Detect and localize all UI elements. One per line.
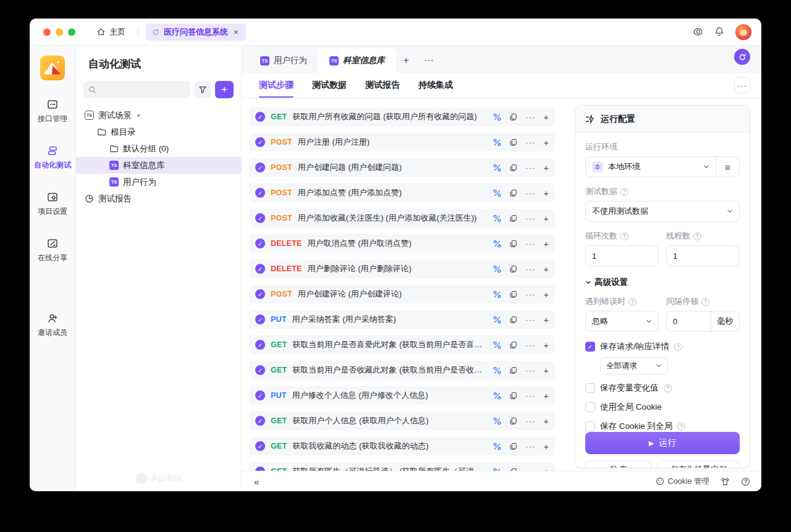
test-step-row[interactable]: ✓ POST 用户添加收藏(关注医生) (用户添加收藏(关注医生)) ···+ (249, 209, 555, 227)
checkbox-checked[interactable]: ✓ (585, 342, 595, 352)
add-step-icon[interactable]: + (543, 340, 549, 350)
rail-item-invite-members[interactable]: 邀请成员 (38, 313, 67, 338)
subtabs-more-button[interactable]: ··· (734, 77, 750, 93)
test-step-row[interactable]: ✓ PUT 用户修改个人信息 (用户修改个人信息) ···+ (249, 386, 555, 405)
step-more-icon[interactable]: ··· (525, 316, 535, 324)
step-checkbox-checked[interactable]: ✓ (255, 441, 265, 451)
minimize-window-button[interactable] (56, 28, 63, 36)
extract-variable-icon[interactable] (493, 189, 501, 197)
interval-input[interactable]: 0 (667, 311, 711, 331)
step-checkbox-checked[interactable]: ✓ (255, 467, 265, 471)
environment-select[interactable]: 本 本地环境 (586, 157, 716, 177)
step-checkbox-checked[interactable]: ✓ (255, 416, 265, 426)
step-more-icon[interactable]: ··· (525, 113, 535, 121)
add-step-icon[interactable]: + (543, 416, 549, 426)
tree-item-default-group[interactable]: 默认分组 (0) (76, 140, 241, 157)
settings-gear-icon[interactable] (693, 27, 703, 37)
environment-manage-button[interactable]: ≡ (716, 157, 739, 177)
test-step-row[interactable]: ✓ GET 获取用户个人信息 (获取用户个人信息) ···+ (249, 412, 555, 430)
help-icon[interactable]: ? (674, 343, 682, 351)
copy-icon[interactable] (509, 189, 517, 197)
step-more-icon[interactable]: ··· (525, 290, 535, 298)
copy-icon[interactable] (509, 138, 517, 146)
step-checkbox-checked[interactable]: ✓ (255, 239, 265, 248)
refresh-button[interactable] (734, 49, 750, 65)
subtab-test-data[interactable]: 测试数据 (312, 73, 347, 98)
save-variable-checkbox[interactable]: 保存变量变化值 ? (585, 382, 740, 394)
extract-variable-icon[interactable] (493, 240, 501, 248)
copy-icon[interactable] (509, 366, 517, 374)
on-error-select[interactable]: 忽略 (585, 311, 659, 332)
step-checkbox-checked[interactable]: ✓ (255, 137, 265, 147)
tree-item-test-reports[interactable]: 测试报告 (76, 190, 241, 207)
tab-department-info[interactable]: TS 科室信息库 (318, 48, 396, 73)
subtab-continuous-integration[interactable]: 持续集成 (418, 73, 453, 98)
search-input[interactable] (100, 85, 185, 94)
step-more-icon[interactable]: ··· (525, 189, 535, 197)
copy-icon[interactable] (509, 164, 517, 172)
step-checkbox-checked[interactable]: ✓ (255, 112, 265, 122)
maximize-window-button[interactable] (68, 28, 75, 36)
add-step-icon[interactable]: + (543, 264, 549, 274)
step-checkbox-checked[interactable]: ✓ (255, 163, 265, 172)
cookie-manager-button[interactable]: Cookie 管理 (656, 476, 709, 487)
test-step-row[interactable]: ✓ GET 获取所有医生（可进行筛选） (获取所有医生（可进行筛选）) ···+ (249, 462, 555, 471)
project-tab[interactable]: 医疗问答信息系统 × (146, 23, 246, 41)
test-step-row[interactable]: ✓ GET 获取我收藏的动态 (获取我收藏的动态) ···+ (249, 437, 555, 455)
step-more-icon[interactable]: ··· (525, 265, 535, 273)
extract-variable-icon[interactable] (493, 164, 501, 172)
test-step-row[interactable]: ✓ GET 获取当前用户是否收藏此对象 (获取当前用户是否收藏此对象) ···+ (249, 361, 555, 379)
step-more-icon[interactable]: ··· (525, 417, 535, 425)
extract-variable-icon[interactable] (493, 366, 501, 374)
extract-variable-icon[interactable] (493, 341, 501, 349)
copy-icon[interactable] (509, 442, 517, 450)
save-button[interactable]: 保 存 (585, 460, 651, 468)
save-request-detail-checkbox[interactable]: ✓ 保存请求/响应详情 ? (585, 341, 740, 352)
add-step-icon[interactable]: + (543, 290, 549, 299)
close-project-tab-icon[interactable]: × (232, 27, 240, 37)
checkbox-unchecked[interactable] (585, 421, 595, 431)
help-icon[interactable]: ? (701, 298, 709, 306)
tab-more-button[interactable]: ··· (417, 48, 441, 73)
copy-icon[interactable] (509, 341, 517, 349)
home-button[interactable]: 主页 (91, 23, 130, 41)
checkbox-unchecked[interactable] (585, 402, 595, 412)
test-step-row[interactable]: ✓ POST 用户注册 (用户注册) ···+ (249, 133, 555, 151)
step-checkbox-checked[interactable]: ✓ (255, 315, 265, 324)
help-icon[interactable]: ? (620, 232, 628, 240)
help-icon[interactable]: ? (693, 232, 701, 240)
request-scope-select[interactable]: 全部请求 (600, 357, 668, 374)
step-checkbox-checked[interactable]: ✓ (255, 391, 265, 400)
extract-variable-icon[interactable] (493, 316, 501, 324)
rail-item-online-share[interactable]: 在线分享 (38, 238, 67, 263)
caret-down-icon[interactable]: ▾ (137, 112, 140, 119)
checkbox-unchecked[interactable] (585, 383, 595, 393)
add-step-icon[interactable]: + (543, 239, 549, 248)
copy-icon[interactable] (509, 392, 517, 400)
theme-shirt-icon[interactable] (721, 477, 730, 486)
tab-user-behavior[interactable]: TS 用户行为 (249, 48, 318, 73)
test-step-row[interactable]: ✓ POST 用户创建问题 (用户创建问题) ···+ (249, 158, 555, 177)
filter-button[interactable] (195, 81, 211, 98)
rail-item-automated-testing[interactable]: 自动化测试 (34, 145, 71, 171)
thread-count-input[interactable]: 1 (666, 245, 740, 266)
extract-variable-icon[interactable] (493, 138, 501, 146)
rail-item-project-settings[interactable]: 项目设置 (38, 192, 67, 217)
step-more-icon[interactable]: ··· (525, 341, 535, 349)
extract-variable-icon[interactable] (493, 417, 501, 425)
extract-variable-icon[interactable] (493, 265, 501, 273)
notifications-bell-icon[interactable] (714, 27, 724, 37)
step-checkbox-checked[interactable]: ✓ (255, 188, 265, 198)
step-checkbox-checked[interactable]: ✓ (255, 365, 265, 375)
extract-variable-icon[interactable] (493, 290, 501, 298)
copy-icon[interactable] (509, 316, 517, 324)
help-circle-icon[interactable] (741, 477, 750, 486)
copy-icon[interactable] (509, 214, 517, 222)
step-more-icon[interactable]: ··· (525, 164, 535, 172)
test-step-row[interactable]: ✓ GET 获取用户所有收藏的问题 (获取用户所有收藏的问题) ···+ (249, 108, 555, 126)
extract-variable-icon[interactable] (493, 442, 501, 450)
add-step-icon[interactable]: + (543, 112, 549, 122)
new-tab-button[interactable]: + (396, 48, 417, 73)
add-step-icon[interactable]: + (543, 163, 549, 172)
step-checkbox-checked[interactable]: ✓ (255, 264, 265, 274)
